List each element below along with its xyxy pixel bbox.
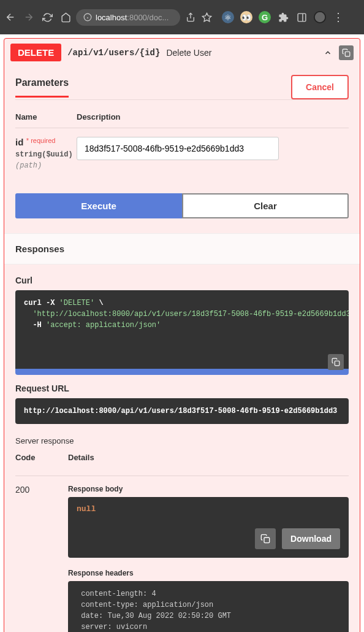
copy-curl-icon[interactable] <box>328 354 344 370</box>
response-details-header: Details <box>68 453 349 462</box>
url-host: localhost <box>96 13 127 22</box>
request-url-block: http://localhost:8000/api/v1/users/18d3f… <box>15 398 349 424</box>
http-method-badge: DELETE <box>10 44 61 61</box>
parameter-row: id * required string($uuid) (path) <box>15 128 349 188</box>
svg-rect-8 <box>335 361 339 366</box>
profile-avatar-icon[interactable] <box>314 11 326 23</box>
curl-label: Curl <box>15 276 349 285</box>
response-headers-block: content-length: 4 content-type: applicat… <box>68 581 349 632</box>
reload-icon[interactable] <box>42 12 53 23</box>
site-info-icon[interactable] <box>83 13 92 21</box>
param-header-description: Description <box>77 112 349 121</box>
response-code-header: Code <box>15 453 68 462</box>
extensions-icon[interactable] <box>277 11 289 23</box>
forward-icon[interactable] <box>23 12 34 23</box>
extension-grammarly-icon[interactable]: G <box>259 11 271 23</box>
required-indicator: * required <box>26 137 56 144</box>
svg-point-6 <box>315 12 325 23</box>
extension-icon-2[interactable]: 👀 <box>240 11 252 23</box>
server-response-row: 200 Response body null Download Response… <box>4 476 360 632</box>
parameters-title: Parameters <box>15 77 69 98</box>
response-status-code: 200 <box>15 485 68 632</box>
download-button[interactable]: Download <box>282 528 340 549</box>
execute-button[interactable]: Execute <box>15 193 182 218</box>
cancel-button[interactable]: Cancel <box>291 75 349 99</box>
param-header-name: Name <box>15 112 77 121</box>
operation-summary[interactable]: DELETE /api/v1/users/{id} Delete User <box>4 39 360 66</box>
svg-marker-3 <box>202 13 211 21</box>
param-name: id <box>15 137 23 147</box>
copy-body-icon[interactable] <box>255 528 276 549</box>
side-panel-icon[interactable] <box>295 11 308 23</box>
response-body-block: null Download <box>68 497 349 558</box>
param-location: (path) <box>15 161 77 170</box>
responses-title: Responses <box>4 233 360 264</box>
back-icon[interactable] <box>5 12 16 23</box>
server-response-label: Server response <box>4 430 360 449</box>
curl-command-block: curl -X 'DELETE' \ 'http://localhost:800… <box>15 290 349 375</box>
param-type: string($uuid) <box>15 150 77 159</box>
url-bar[interactable]: localhost:8000/doc... <box>76 9 180 26</box>
chevron-up-icon[interactable] <box>322 48 334 57</box>
home-icon[interactable] <box>60 12 71 23</box>
svg-rect-4 <box>298 13 306 21</box>
endpoint-path: /api/v1/users/{id} <box>67 48 160 58</box>
api-operation-block: DELETE /api/v1/users/{id} Delete User Pa… <box>4 38 360 632</box>
browser-menu-icon[interactable]: ⋮ <box>332 11 344 23</box>
star-icon[interactable] <box>201 12 212 23</box>
svg-rect-9 <box>264 538 270 543</box>
clear-button[interactable]: Clear <box>182 193 349 218</box>
response-body-label: Response body <box>68 485 349 493</box>
svg-rect-7 <box>345 52 350 56</box>
response-headers-label: Response headers <box>68 569 349 577</box>
param-value-input[interactable] <box>77 137 279 160</box>
extension-react-icon[interactable]: ⚛ <box>222 11 234 23</box>
copy-path-icon[interactable] <box>339 45 354 60</box>
response-body-value: null <box>77 504 340 514</box>
request-url-label: Request URL <box>15 383 349 393</box>
endpoint-summary: Delete User <box>166 48 211 58</box>
url-path: :8000/doc... <box>127 13 169 22</box>
share-icon[interactable] <box>185 12 196 23</box>
browser-chrome: localhost:8000/doc... ⚛ 👀 G ⋮ <box>0 0 364 34</box>
